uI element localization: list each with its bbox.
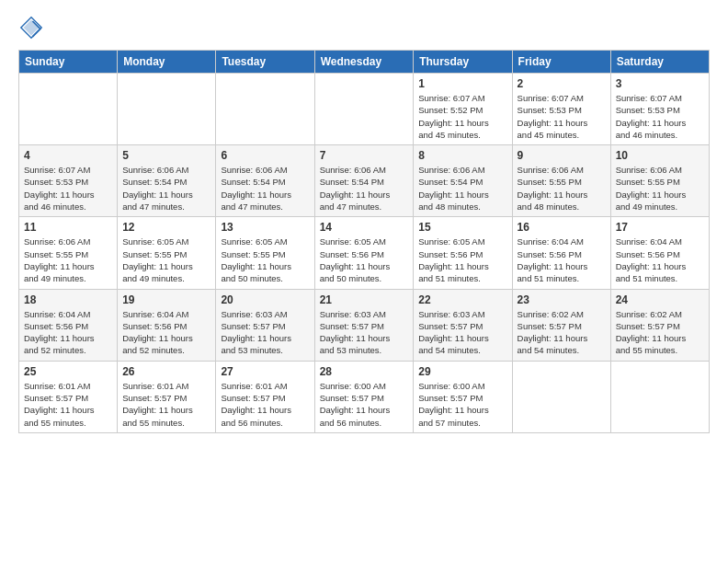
calendar-cell-week4-day6: 23Sunrise: 6:02 AMSunset: 5:57 PMDayligh… [512, 289, 610, 361]
day-info: Sunrise: 6:03 AMSunset: 5:57 PMDaylight:… [320, 308, 409, 357]
day-info: Sunrise: 6:07 AMSunset: 5:52 PMDaylight:… [418, 92, 506, 141]
calendar-header-thursday: Thursday [414, 51, 512, 74]
day-info: Sunrise: 6:06 AMSunset: 5:54 PMDaylight:… [418, 164, 506, 213]
day-info: Sunrise: 6:06 AMSunset: 5:55 PMDaylight:… [616, 164, 704, 213]
day-number: 1 [418, 77, 506, 90]
day-info: Sunrise: 6:06 AMSunset: 5:55 PMDaylight:… [24, 236, 112, 284]
calendar-cell-week4-day7: 24Sunrise: 6:02 AMSunset: 5:57 PMDayligh… [610, 289, 709, 361]
calendar-cell-week2-day5: 8Sunrise: 6:06 AMSunset: 5:54 PMDaylight… [414, 145, 512, 217]
calendar-cell-week3-day2: 12Sunrise: 6:05 AMSunset: 5:55 PMDayligh… [118, 217, 216, 289]
day-number: 13 [221, 221, 309, 234]
calendar-header-monday: Monday [118, 51, 216, 74]
day-number: 14 [320, 221, 409, 234]
day-number: 12 [122, 221, 210, 234]
day-info: Sunrise: 6:01 AMSunset: 5:57 PMDaylight:… [221, 380, 309, 429]
day-info: Sunrise: 6:07 AMSunset: 5:53 PMDaylight:… [616, 92, 704, 141]
day-number: 10 [616, 149, 704, 162]
calendar-header-saturday: Saturday [610, 51, 709, 74]
day-info: Sunrise: 6:05 AMSunset: 5:55 PMDaylight:… [122, 236, 210, 284]
day-number: 2 [518, 77, 606, 90]
day-number: 11 [24, 221, 112, 234]
day-number: 21 [320, 293, 409, 306]
day-number: 29 [418, 365, 506, 378]
day-info: Sunrise: 6:06 AMSunset: 5:54 PMDaylight:… [122, 164, 210, 213]
day-info: Sunrise: 6:03 AMSunset: 5:57 PMDaylight:… [221, 308, 309, 357]
day-number: 24 [616, 293, 704, 306]
day-number: 9 [518, 149, 606, 162]
calendar-cell-week4-day3: 20Sunrise: 6:03 AMSunset: 5:57 PMDayligh… [216, 289, 314, 361]
day-number: 26 [122, 365, 210, 378]
day-info: Sunrise: 6:05 AMSunset: 5:56 PMDaylight:… [320, 236, 409, 284]
calendar-cell-week1-day7: 3Sunrise: 6:07 AMSunset: 5:53 PMDaylight… [610, 74, 709, 145]
day-info: Sunrise: 6:05 AMSunset: 5:56 PMDaylight:… [418, 236, 506, 284]
calendar-cell-week4-day5: 22Sunrise: 6:03 AMSunset: 5:57 PMDayligh… [414, 289, 512, 361]
day-info: Sunrise: 6:07 AMSunset: 5:53 PMDaylight:… [518, 92, 606, 141]
day-info: Sunrise: 6:02 AMSunset: 5:57 PMDaylight:… [616, 308, 704, 357]
day-number: 19 [122, 293, 210, 306]
calendar-header-row: SundayMondayTuesdayWednesdayThursdayFrid… [19, 51, 710, 74]
calendar-cell-week2-day4: 7Sunrise: 6:06 AMSunset: 5:54 PMDaylight… [314, 145, 414, 217]
calendar-cell-week3-day1: 11Sunrise: 6:06 AMSunset: 5:55 PMDayligh… [19, 217, 118, 289]
calendar-cell-week2-day1: 4Sunrise: 6:07 AMSunset: 5:53 PMDaylight… [19, 145, 118, 217]
calendar-table: SundayMondayTuesdayWednesdayThursdayFrid… [18, 50, 710, 433]
day-number: 15 [418, 221, 506, 234]
day-info: Sunrise: 6:04 AMSunset: 5:56 PMDaylight:… [616, 236, 704, 284]
calendar-cell-week5-day1: 25Sunrise: 6:01 AMSunset: 5:57 PMDayligh… [19, 361, 118, 432]
calendar-cell-week5-day5: 29Sunrise: 6:00 AMSunset: 5:57 PMDayligh… [414, 361, 512, 432]
calendar-week-row-1: 1Sunrise: 6:07 AMSunset: 5:52 PMDaylight… [19, 74, 710, 145]
calendar-cell-week5-day4: 28Sunrise: 6:00 AMSunset: 5:57 PMDayligh… [314, 361, 414, 432]
day-number: 17 [616, 221, 704, 234]
day-info: Sunrise: 6:03 AMSunset: 5:57 PMDaylight:… [418, 308, 506, 357]
calendar-week-row-2: 4Sunrise: 6:07 AMSunset: 5:53 PMDaylight… [19, 145, 710, 217]
calendar-header-wednesday: Wednesday [314, 51, 414, 74]
day-info: Sunrise: 6:00 AMSunset: 5:57 PMDaylight:… [418, 380, 506, 429]
calendar-cell-week5-day6 [512, 361, 610, 432]
day-number: 27 [221, 365, 309, 378]
day-number: 6 [221, 149, 309, 162]
calendar-cell-week4-day4: 21Sunrise: 6:03 AMSunset: 5:57 PMDayligh… [314, 289, 414, 361]
calendar-cell-week5-day7 [610, 361, 709, 432]
calendar-cell-week1-day1 [19, 74, 118, 145]
calendar-cell-week5-day3: 27Sunrise: 6:01 AMSunset: 5:57 PMDayligh… [216, 361, 314, 432]
calendar-cell-week3-day5: 15Sunrise: 6:05 AMSunset: 5:56 PMDayligh… [414, 217, 512, 289]
day-number: 4 [24, 149, 112, 162]
calendar-cell-week1-day6: 2Sunrise: 6:07 AMSunset: 5:53 PMDaylight… [512, 74, 610, 145]
logo-icon [18, 15, 44, 40]
calendar-week-row-3: 11Sunrise: 6:06 AMSunset: 5:55 PMDayligh… [19, 217, 710, 289]
calendar-cell-week2-day3: 6Sunrise: 6:06 AMSunset: 5:54 PMDaylight… [216, 145, 314, 217]
day-info: Sunrise: 6:06 AMSunset: 5:54 PMDaylight:… [320, 164, 409, 213]
day-info: Sunrise: 6:01 AMSunset: 5:57 PMDaylight:… [24, 380, 112, 429]
day-number: 18 [24, 293, 112, 306]
calendar-cell-week3-day3: 13Sunrise: 6:05 AMSunset: 5:55 PMDayligh… [216, 217, 314, 289]
calendar-cell-week3-day4: 14Sunrise: 6:05 AMSunset: 5:56 PMDayligh… [314, 217, 414, 289]
calendar-cell-week2-day6: 9Sunrise: 6:06 AMSunset: 5:55 PMDaylight… [512, 145, 610, 217]
day-info: Sunrise: 6:02 AMSunset: 5:57 PMDaylight:… [518, 308, 606, 357]
calendar-header-friday: Friday [512, 51, 610, 74]
calendar-week-row-4: 18Sunrise: 6:04 AMSunset: 5:56 PMDayligh… [19, 289, 710, 361]
calendar-cell-week2-day7: 10Sunrise: 6:06 AMSunset: 5:55 PMDayligh… [610, 145, 709, 217]
day-number: 16 [518, 221, 606, 234]
day-number: 22 [418, 293, 506, 306]
calendar-header-sunday: Sunday [19, 51, 118, 74]
calendar-cell-week4-day1: 18Sunrise: 6:04 AMSunset: 5:56 PMDayligh… [19, 289, 118, 361]
day-info: Sunrise: 6:04 AMSunset: 5:56 PMDaylight:… [518, 236, 606, 284]
calendar-week-row-5: 25Sunrise: 6:01 AMSunset: 5:57 PMDayligh… [19, 361, 710, 432]
calendar-cell-week5-day2: 26Sunrise: 6:01 AMSunset: 5:57 PMDayligh… [118, 361, 216, 432]
day-number: 25 [24, 365, 112, 378]
day-info: Sunrise: 6:00 AMSunset: 5:57 PMDaylight:… [320, 380, 409, 429]
day-info: Sunrise: 6:06 AMSunset: 5:54 PMDaylight:… [221, 164, 309, 213]
day-info: Sunrise: 6:04 AMSunset: 5:56 PMDaylight:… [122, 308, 210, 357]
day-info: Sunrise: 6:04 AMSunset: 5:56 PMDaylight:… [24, 308, 112, 357]
header [18, 15, 710, 40]
day-info: Sunrise: 6:01 AMSunset: 5:57 PMDaylight:… [122, 380, 210, 429]
day-number: 3 [616, 77, 704, 90]
day-number: 20 [221, 293, 309, 306]
day-info: Sunrise: 6:06 AMSunset: 5:55 PMDaylight:… [518, 164, 606, 213]
calendar-header-tuesday: Tuesday [216, 51, 314, 74]
calendar-cell-week4-day2: 19Sunrise: 6:04 AMSunset: 5:56 PMDayligh… [118, 289, 216, 361]
day-number: 5 [122, 149, 210, 162]
day-number: 28 [320, 365, 409, 378]
day-info: Sunrise: 6:05 AMSunset: 5:55 PMDaylight:… [221, 236, 309, 284]
day-number: 8 [418, 149, 506, 162]
day-info: Sunrise: 6:07 AMSunset: 5:53 PMDaylight:… [24, 164, 112, 213]
